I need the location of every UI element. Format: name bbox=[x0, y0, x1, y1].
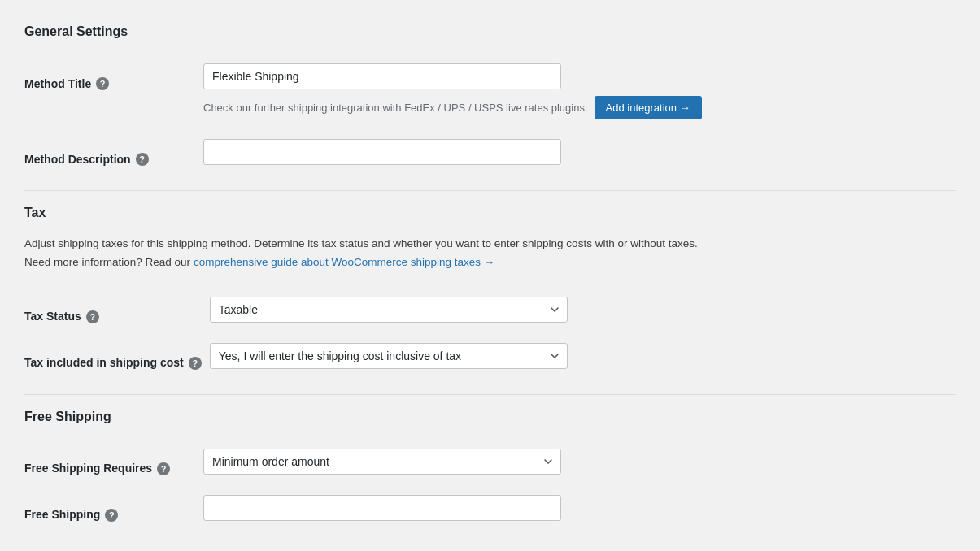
method-title-field-cell: Check our further shipping integration w… bbox=[203, 54, 956, 129]
free-shipping-requires-label-wrap: Free Shipping Requires ? bbox=[24, 450, 195, 475]
section-divider-1 bbox=[24, 190, 956, 191]
tax-included-help-icon[interactable]: ? bbox=[189, 357, 202, 370]
method-description-label-wrap: Method Description ? bbox=[24, 141, 195, 166]
add-integration-button[interactable]: Add integration → bbox=[595, 96, 702, 119]
free-shipping-requires-label: Free Shipping Requires bbox=[24, 462, 152, 475]
tax-status-label-wrap: Tax Status ? bbox=[24, 298, 202, 323]
free-shipping-amount-row: Free Shipping ? bbox=[24, 485, 956, 531]
tax-status-help-icon[interactable]: ? bbox=[86, 310, 99, 323]
tax-included-field-cell: Yes, I will enter the shipping cost incl… bbox=[210, 333, 956, 380]
tax-included-row: Tax included in shipping cost ? Yes, I w… bbox=[24, 333, 956, 380]
free-shipping-amount-label-wrap: Free Shipping ? bbox=[24, 497, 195, 522]
method-description-row: Method Description ? bbox=[24, 129, 956, 176]
method-description-help-icon[interactable]: ? bbox=[136, 153, 149, 166]
free-shipping-amount-label: Free Shipping bbox=[24, 508, 100, 521]
method-description-input[interactable] bbox=[203, 139, 561, 165]
tax-status-row: Tax Status ? Taxable None bbox=[24, 287, 956, 333]
method-title-label: Method Title bbox=[24, 77, 91, 90]
method-title-row: Method Title ? Check our further shippin… bbox=[24, 54, 956, 129]
free-shipping-requires-select[interactable]: N/A A valid free shipping coupon Minimum… bbox=[203, 449, 561, 475]
integration-row: Check our further shipping integration w… bbox=[203, 96, 947, 119]
free-shipping-section-title: Free Shipping bbox=[24, 410, 956, 424]
tax-desc-line1: Adjust shipping taxes for this shipping … bbox=[24, 237, 698, 249]
method-title-help-icon[interactable]: ? bbox=[96, 77, 109, 90]
section-divider-2 bbox=[24, 394, 956, 395]
tax-guide-link[interactable]: comprehensive guide about WooCommerce sh… bbox=[194, 256, 494, 268]
method-title-label-wrap: Method Title ? bbox=[24, 65, 195, 90]
tax-status-field-cell: Taxable None bbox=[210, 287, 956, 333]
free-shipping-amount-input[interactable] bbox=[203, 495, 561, 521]
method-title-input[interactable] bbox=[203, 63, 561, 89]
free-shipping-section: Free Shipping Free Shipping Requires ? N… bbox=[24, 410, 956, 531]
tax-section-title: Tax bbox=[24, 206, 956, 220]
free-shipping-requires-row: Free Shipping Requires ? N/A A valid fre… bbox=[24, 439, 956, 485]
free-shipping-amount-field-cell bbox=[203, 485, 956, 531]
tax-desc-line2: Need more information? Read our bbox=[24, 256, 190, 268]
method-description-label: Method Description bbox=[24, 153, 131, 166]
free-shipping-requires-field-cell: N/A A valid free shipping coupon Minimum… bbox=[203, 439, 956, 485]
tax-section: Tax Adjust shipping taxes for this shipp… bbox=[24, 206, 956, 380]
general-settings-title: General Settings bbox=[24, 24, 956, 39]
free-shipping-amount-help-icon[interactable]: ? bbox=[105, 509, 118, 522]
general-settings-section: General Settings Method Title ? Check ou… bbox=[24, 24, 956, 176]
free-shipping-requires-help-icon[interactable]: ? bbox=[157, 462, 170, 475]
general-settings-table: Method Title ? Check our further shippin… bbox=[24, 54, 956, 176]
method-description-field-cell bbox=[203, 129, 956, 176]
page-container: General Settings Method Title ? Check ou… bbox=[0, 0, 980, 551]
free-shipping-table: Free Shipping Requires ? N/A A valid fre… bbox=[24, 439, 956, 531]
tax-status-label: Tax Status bbox=[24, 310, 81, 323]
tax-settings-table: Tax Status ? Taxable None bbox=[24, 287, 956, 380]
tax-included-label-wrap: Tax included in shipping cost ? bbox=[24, 345, 202, 370]
integration-text: Check our further shipping integration w… bbox=[203, 102, 588, 114]
tax-description: Adjust shipping taxes for this shipping … bbox=[24, 235, 956, 272]
tax-status-select[interactable]: Taxable None bbox=[210, 297, 568, 323]
tax-included-label: Tax included in shipping cost bbox=[24, 356, 184, 369]
tax-included-select[interactable]: Yes, I will enter the shipping cost incl… bbox=[210, 343, 568, 369]
